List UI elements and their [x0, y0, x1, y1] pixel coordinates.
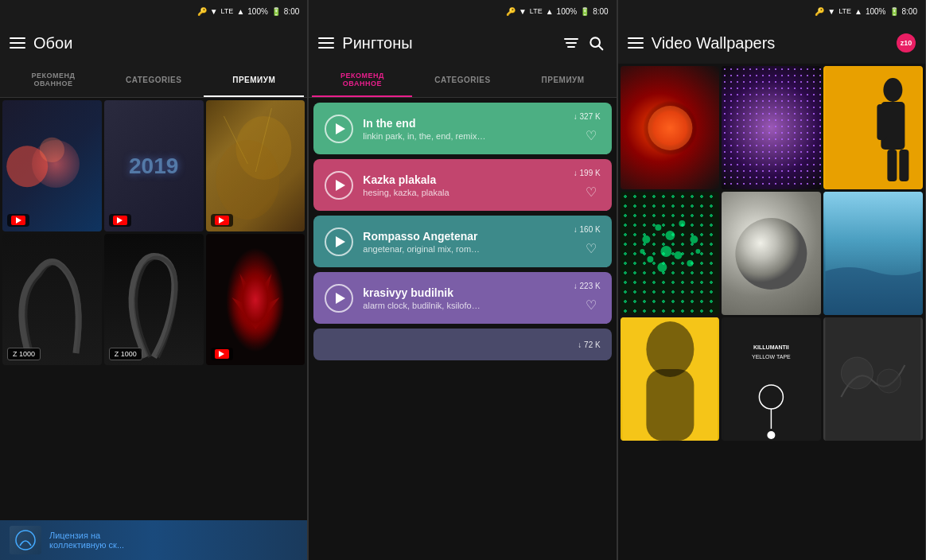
time-label-2: 8:00 — [593, 7, 608, 16]
svg-point-5 — [216, 140, 279, 220]
ringtone-tags-3: angetenar, original mix, rom… — [363, 244, 563, 254]
signal-bars: ▲ — [236, 7, 244, 16]
key-icon: 🔑 — [197, 7, 207, 16]
wallpaper-item[interactable]: Z 1000 — [104, 234, 204, 365]
battery-label-2: 100% — [557, 7, 578, 16]
svg-point-11 — [648, 106, 692, 150]
status-bar-3: 🔑 ▼ LTE ▲ 100% 🔋 8:00 — [618, 0, 925, 22]
search-icon-btn[interactable] — [585, 32, 607, 54]
tab-recommended-2[interactable]: РЕКОМЕНДОВАННОЕ — [312, 64, 412, 97]
ringtones-content: In the end linkin park, in, the, end, re… — [309, 98, 616, 560]
svg-point-6 — [224, 262, 287, 349]
play-button-4[interactable] — [325, 284, 353, 313]
ringtone-item[interactable]: In the end linkin park, in, the, end, re… — [313, 103, 611, 154]
wallpaper-item[interactable]: 2019 — [104, 100, 204, 231]
wallpaper-item[interactable]: Z 1000 — [2, 234, 102, 365]
status-bar-1: 🔑 ▼ LTE ▲ 100% 🔋 8:00 — [0, 0, 307, 22]
svg-point-7 — [16, 531, 35, 550]
svg-point-43 — [877, 369, 901, 393]
signal-bars-3: ▲ — [854, 7, 862, 16]
svg-rect-41 — [826, 317, 921, 441]
video-item[interactable] — [621, 317, 720, 441]
svg-text:KILLUMANTII: KILLUMANTII — [753, 344, 789, 350]
ringtone-item[interactable]: ↓ 72 K — [313, 329, 611, 360]
menu-icon-2[interactable] — [318, 37, 334, 49]
ringtone-info-1: In the end linkin park, in, the, end, re… — [363, 117, 563, 141]
ringtone-info-2: Kazka plakala hesing, kazka, plakala — [363, 173, 563, 197]
menu-icon[interactable] — [10, 37, 25, 49]
ringtone-meta-1: ↓ 327 K ♡ — [574, 112, 601, 145]
video-item[interactable] — [621, 192, 720, 315]
menu-icon-3[interactable] — [628, 37, 644, 49]
video-item[interactable] — [722, 66, 821, 189]
ringtone-tags-1: linkin park, in, the, end, remix… — [363, 131, 563, 141]
tab-premium-1[interactable]: ПРЕМИУМ — [204, 64, 304, 97]
video-grid: KILLUMANTII YELLOW TAPE — [618, 64, 925, 443]
tab-bar-2: РЕКОМЕНДОВАННОЕ CATEGORIES ПРЕМИУМ — [309, 64, 616, 98]
tab-premium-2[interactable]: ПРЕМИУМ — [513, 64, 613, 97]
download-count-1: ↓ 327 K — [574, 112, 601, 121]
app-title-1: Обои — [33, 34, 298, 52]
ringtone-info-3: Rompasso Angetenar angetenar, original m… — [363, 230, 563, 254]
svg-point-1 — [40, 138, 64, 162]
ringtone-item[interactable]: Kazka plakala hesing, kazka, plakala ↓ 1… — [313, 159, 611, 211]
svg-line-9 — [598, 46, 602, 50]
key-icon-2: 🔑 — [506, 7, 516, 16]
wallpaper-item[interactable] — [206, 234, 305, 365]
signal-icon-3: ▼ — [827, 7, 835, 16]
heart-button-4[interactable]: ♡ — [582, 295, 601, 314]
video-item[interactable] — [722, 192, 821, 315]
ringtone-item[interactable]: krasivyy budilnik alarm clock, budilnik,… — [313, 272, 611, 324]
ringtone-meta-4: ↓ 223 K ♡ — [574, 282, 601, 314]
svg-rect-17 — [900, 150, 909, 181]
svg-point-25 — [674, 251, 682, 259]
app-bar-icons-2 — [564, 32, 607, 54]
battery-icon-3: 🔋 — [889, 7, 899, 16]
svg-point-19 — [655, 224, 661, 231]
yt-badge-2 — [109, 214, 131, 227]
play-button-2[interactable] — [325, 171, 353, 200]
signal-icon: ▼ — [210, 7, 218, 16]
ringtone-list: In the end linkin park, in, the, end, re… — [309, 98, 616, 365]
video-item[interactable] — [621, 66, 720, 189]
app-bar-3: Video Wallpapers z10 — [618, 22, 925, 64]
video-item[interactable] — [823, 192, 923, 315]
banner-thumbnail — [10, 526, 41, 554]
ringtone-info-4: krasivyy budilnik alarm clock, budilnik,… — [363, 286, 563, 310]
video-item[interactable] — [823, 66, 923, 189]
svg-rect-15 — [877, 104, 887, 140]
battery-icon: 🔋 — [271, 7, 281, 16]
video-item[interactable] — [823, 317, 923, 441]
ringtone-title-1: In the end — [363, 117, 563, 130]
svg-point-42 — [842, 357, 873, 389]
wallpaper-item[interactable] — [2, 100, 102, 231]
ringtone-item[interactable]: Rompasso Angetenar angetenar, original m… — [313, 216, 611, 267]
ringtone-title-3: Rompasso Angetenar — [363, 230, 563, 243]
ringtone-meta-3: ↓ 160 K ♡ — [574, 225, 601, 258]
z-badge-2: Z 1000 — [109, 348, 142, 360]
tab-recommended-1[interactable]: РЕКОМЕНДОВАННОЕ — [3, 64, 103, 97]
play-button-3[interactable] — [325, 228, 353, 256]
bottom-banner[interactable]: Лицензия на коллективную ск... — [0, 520, 307, 560]
heart-button-1[interactable]: ♡ — [582, 126, 601, 145]
tab-categories-2[interactable]: CATEGORIES — [412, 64, 512, 97]
year-text: 2019 — [104, 100, 204, 231]
wallpaper-grid: 2019 — [0, 98, 307, 368]
z-badge-1: Z 1000 — [7, 348, 41, 360]
play-button-1[interactable] — [325, 115, 353, 143]
tab-categories-1[interactable]: CATEGORIES — [103, 64, 204, 97]
svg-point-27 — [657, 262, 667, 272]
filter-icon[interactable] — [564, 38, 578, 48]
lte-label-2: LTE — [530, 7, 543, 15]
svg-point-24 — [647, 256, 653, 262]
wallpapers-content: 2019 — [0, 98, 307, 520]
status-bar-2: 🔑 ▼ LTE ▲ 100% 🔋 8:00 — [309, 0, 616, 22]
svg-point-33 — [646, 321, 694, 377]
heart-button-2[interactable]: ♡ — [582, 182, 601, 201]
tab-bar-1: РЕКОМЕНДОВАННОЕ CATEGORIES ПРЕМИУМ — [0, 64, 307, 98]
wallpaper-item[interactable] — [206, 100, 305, 231]
heart-button-3[interactable]: ♡ — [582, 239, 601, 258]
video-item[interactable]: KILLUMANTII YELLOW TAPE — [722, 317, 821, 441]
svg-text:YELLOW TAPE: YELLOW TAPE — [752, 354, 791, 360]
svg-point-30 — [736, 218, 807, 290]
